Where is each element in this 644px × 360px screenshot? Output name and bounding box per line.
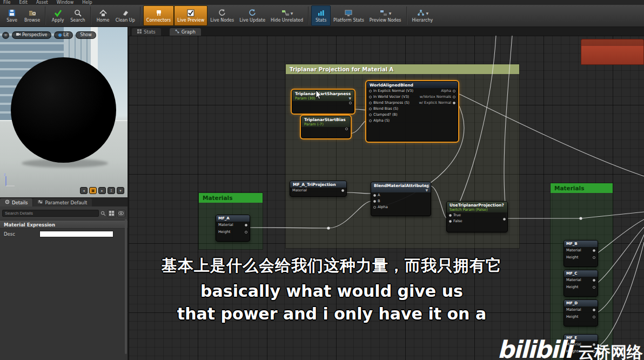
chevron-down-icon: ▼ (291, 11, 293, 15)
connectors-button[interactable]: Connectors (143, 5, 174, 26)
output-pin[interactable] (426, 185, 429, 188)
menu-asset[interactable]: Asset (36, 0, 48, 5)
output-pin[interactable] (593, 256, 595, 259)
toolbar-separator (90, 6, 91, 25)
apply-button[interactable]: Apply (48, 5, 68, 26)
preview-viewport[interactable]: ≡ Perspective Lit Show z ◂ ▣ ▸ ↥ ▾ (0, 27, 129, 197)
output-pin[interactable] (593, 309, 595, 311)
cleanup-button[interactable]: Clean Up (113, 5, 138, 26)
save-button[interactable]: Save (2, 5, 22, 26)
nav-forward-button[interactable]: ▸ (98, 187, 106, 194)
node-mf-d[interactable]: MF_D Material Height (564, 299, 598, 326)
details-scrollbar[interactable] (125, 219, 127, 354)
node-triplanar-start-bias[interactable]: TriplanarStartBias Param (-7) (301, 116, 351, 138)
input-pin[interactable] (369, 114, 372, 116)
output-pin[interactable] (593, 249, 595, 252)
save-icon (8, 9, 16, 17)
node-blend-material-attributes[interactable]: BlendMaterialAttributes▼ A B Alpha (371, 182, 431, 216)
output-pin[interactable] (245, 224, 247, 226)
preview-nodes-button[interactable]: ▼ Preview Nodes (367, 5, 404, 26)
live-update-button[interactable]: Live Update (237, 5, 268, 26)
nav-back-button[interactable]: ◂ (80, 187, 88, 194)
hierarchy-icon (417, 9, 425, 17)
details-search-row (0, 206, 128, 221)
output-pin[interactable] (349, 102, 352, 104)
nav-pin-button[interactable]: ▣ (89, 187, 97, 194)
hide-unrelated-button[interactable]: ▼ Hide Unrelated (268, 5, 306, 26)
live-nodes-button[interactable]: Live Nodes (207, 5, 237, 26)
stats-button[interactable]: Stats (311, 5, 331, 26)
hierarchy-button[interactable]: ▼ Hierarchy (410, 5, 436, 26)
tab-parameter-default[interactable]: Parameter Default (33, 198, 92, 206)
input-pin[interactable] (369, 102, 372, 104)
show-button[interactable]: Show (76, 31, 96, 39)
live-preview-button[interactable]: Live Preview (174, 5, 207, 26)
home-icon (99, 9, 108, 17)
preview-sphere (11, 57, 116, 163)
input-pin[interactable] (449, 220, 452, 223)
nav-up-button[interactable]: ↥ (108, 187, 115, 194)
menu-help[interactable]: Help (82, 0, 92, 5)
nav-menu-button[interactable]: ▾ (117, 187, 124, 194)
material-editor-window: File Edit Asset Window Help Save Browse … (0, 0, 644, 360)
output-pin[interactable] (503, 218, 506, 221)
tab-stats-panel[interactable]: Stats (132, 28, 161, 36)
output-pin[interactable] (341, 189, 344, 192)
search-icon (73, 9, 82, 17)
desc-input[interactable] (39, 231, 113, 237)
node-mf-c[interactable]: MF_C Material Height (564, 270, 598, 297)
menu-file[interactable]: File (3, 0, 10, 5)
output-pin[interactable] (593, 279, 595, 282)
perspective-button[interactable]: Perspective (12, 31, 51, 39)
input-pin[interactable] (369, 90, 372, 92)
eye-filter-button[interactable] (117, 210, 125, 217)
search-details-input[interactable] (2, 210, 99, 217)
desc-row: Desc (0, 229, 128, 239)
mouse-cursor (316, 90, 323, 102)
tab-details[interactable]: Details (0, 198, 32, 206)
node-red-fragment[interactable] (581, 39, 644, 65)
input-pin[interactable] (369, 119, 372, 122)
browse-button[interactable]: Browse (22, 5, 43, 26)
input-pin[interactable] (369, 96, 372, 98)
home-button[interactable]: Home (93, 5, 113, 26)
grid-view-button[interactable] (108, 210, 116, 217)
output-pin[interactable] (453, 102, 455, 104)
checkbox-icon (186, 9, 195, 17)
node-mf-b[interactable]: MF_B Material Height (564, 240, 598, 267)
menu-edit[interactable]: Edit (19, 0, 28, 5)
input-pin[interactable] (373, 194, 376, 197)
menu-window[interactable]: Window (57, 0, 74, 5)
node-triplanar-start-sharpness[interactable]: TriplanarStartSharpness▼ Param (30) (292, 90, 354, 114)
refresh-icon (218, 9, 226, 17)
tab-graph[interactable]: Graph (170, 28, 201, 36)
wrench-icon (5, 199, 10, 205)
output-pin[interactable] (453, 96, 455, 98)
node-mf-a[interactable]: MF_A Material Height (216, 215, 250, 242)
input-pin[interactable] (449, 214, 452, 217)
details-tabbar: Details Parameter Default (0, 197, 128, 206)
output-pin[interactable] (593, 286, 595, 289)
viewport-options-button[interactable]: ≡ (2, 32, 9, 39)
chevron-down-icon: ▼ (425, 188, 428, 192)
output-pin[interactable] (345, 128, 348, 130)
input-pin[interactable] (373, 200, 376, 203)
node-mf-a-triprojection[interactable]: MF_A_TriProjection Material (290, 181, 347, 197)
viewport-controls: ≡ Perspective Lit Show (2, 31, 96, 39)
node-world-aligned-blend[interactable]: WorldAlignedBlend In Explicit Normal (V3… (366, 81, 458, 142)
desc-label: Desc (4, 231, 36, 237)
output-pin[interactable] (453, 90, 455, 92)
search-button[interactable]: Search (68, 5, 88, 26)
output-pin[interactable] (245, 231, 247, 234)
grid-icon (137, 29, 142, 35)
input-pin[interactable] (373, 206, 376, 209)
graph-canvas[interactable]: Triplanar Projection for Material A Mate… (129, 36, 644, 360)
lit-button[interactable]: Lit (54, 31, 73, 39)
output-pin[interactable] (593, 316, 595, 318)
platform-stats-button[interactable]: Platform Stats (331, 5, 367, 26)
axis-gizmo-icon: z (3, 172, 17, 190)
input-pin[interactable] (369, 108, 372, 110)
toolbar: Save Browse Apply Search Home Clean Up C… (0, 5, 644, 27)
toolbar-separator (140, 6, 141, 25)
node-use-triplanar-projection[interactable]: UseTriplanarProjection? Switch Param (Fa… (446, 201, 508, 232)
